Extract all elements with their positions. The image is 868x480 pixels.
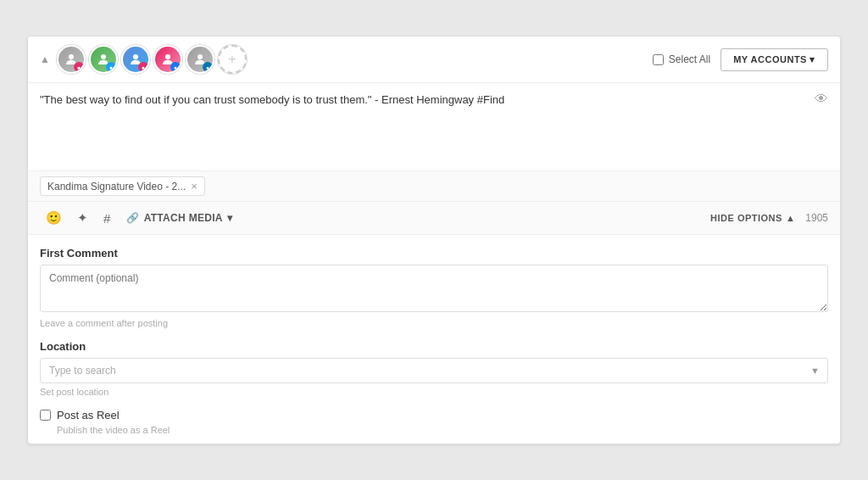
comment-textarea[interactable] xyxy=(40,265,828,312)
hide-options-button[interactable]: HIDE OPTIONS ▲ xyxy=(710,213,795,223)
toolbar-right: HIDE OPTIONS ▲ 1905 xyxy=(710,212,828,224)
svg-point-1 xyxy=(101,54,106,59)
main-panel: ▲ ● ● ● ● ● xyxy=(27,36,841,444)
first-comment-label: First Comment xyxy=(40,247,828,260)
hide-options-label: HIDE OPTIONS xyxy=(710,213,782,223)
my-accounts-button[interactable]: MY ACCOUNTS ▾ xyxy=(721,48,828,71)
media-tag-label: Kandima Signature Video - 2... xyxy=(47,181,186,193)
svg-point-3 xyxy=(165,54,170,59)
location-select[interactable]: Type to search xyxy=(40,358,828,383)
text-area-section: 👁 "The best way to find out if you can t… xyxy=(28,83,840,171)
select-all-label[interactable]: Select All xyxy=(653,53,710,65)
reel-checkbox[interactable] xyxy=(40,410,51,421)
social-badge-5: ● xyxy=(203,62,213,72)
social-badge-1: ● xyxy=(74,62,84,72)
media-tag-close-button[interactable]: × xyxy=(191,180,198,193)
hashtag-button[interactable]: # xyxy=(97,208,116,229)
char-count: 1905 xyxy=(805,212,828,224)
avatar-add[interactable]: + xyxy=(218,45,247,74)
reel-checkbox-row: Post as Reel xyxy=(40,409,828,421)
magic-icon: ✦ xyxy=(77,210,88,226)
header-row: ▲ ● ● ● ● ● xyxy=(28,36,840,83)
header-right: Select All MY ACCOUNTS ▾ xyxy=(653,48,828,71)
reel-group: Post as Reel Publish the video as a Reel xyxy=(40,409,828,435)
eye-icon[interactable]: 👁 xyxy=(815,92,828,107)
first-comment-group: First Comment Leave a comment after post… xyxy=(40,247,828,328)
attach-media-label: ATTACH MEDIA xyxy=(144,212,223,224)
hide-options-arrow-icon: ▲ xyxy=(786,213,795,223)
reel-hint: Publish the video as a Reel xyxy=(57,425,828,435)
add-icon: + xyxy=(228,52,236,67)
select-all-text: Select All xyxy=(669,53,710,65)
toolbar-row: 🙂 ✦ # 🔗 ATTACH MEDIA ▾ HIDE OPTIONS ▲ 19… xyxy=(28,202,840,235)
media-tag-row: Kandima Signature Video - 2... × xyxy=(28,171,840,202)
attach-media-button[interactable]: 🔗 ATTACH MEDIA ▾ xyxy=(120,209,239,227)
reel-checkbox-label[interactable]: Post as Reel xyxy=(57,409,120,421)
avatar-1[interactable]: ● xyxy=(57,45,86,74)
avatar-5[interactable]: ● xyxy=(186,45,214,74)
comment-hint: Leave a comment after posting xyxy=(40,318,828,328)
hashtag-icon: # xyxy=(103,211,110,226)
avatar-4[interactable]: ● xyxy=(153,45,182,74)
social-badge-2: ● xyxy=(106,62,116,72)
svg-point-0 xyxy=(69,54,74,59)
post-text-input[interactable]: "The best way to find out if you can tru… xyxy=(40,92,828,159)
svg-point-4 xyxy=(198,54,203,59)
avatar-3[interactable]: ● xyxy=(121,45,150,74)
location-group: Location Type to search ▼ Set post locat… xyxy=(40,340,828,397)
toolbar-left: 🙂 ✦ # 🔗 ATTACH MEDIA ▾ xyxy=(40,207,239,229)
form-section: First Comment Leave a comment after post… xyxy=(28,235,840,444)
attach-icon: 🔗 xyxy=(126,212,139,224)
select-all-checkbox[interactable] xyxy=(653,54,664,65)
collapse-icon[interactable]: ▲ xyxy=(40,53,50,65)
svg-point-2 xyxy=(133,54,138,59)
location-select-wrapper: Type to search ▼ xyxy=(40,358,828,383)
attach-media-arrow-icon: ▾ xyxy=(227,212,232,224)
avatar-2[interactable]: ● xyxy=(89,45,118,74)
magic-button[interactable]: ✦ xyxy=(71,207,94,229)
social-badge-3: ● xyxy=(138,62,148,72)
my-accounts-label: MY ACCOUNTS ▾ xyxy=(733,54,815,65)
location-label: Location xyxy=(40,340,828,353)
media-tag: Kandima Signature Video - 2... × xyxy=(40,176,205,196)
accounts-left: ▲ ● ● ● ● ● xyxy=(40,45,247,74)
emoji-icon: 🙂 xyxy=(46,210,62,226)
social-badge-4: ● xyxy=(170,62,181,72)
emoji-button[interactable]: 🙂 xyxy=(40,207,68,229)
location-hint: Set post location xyxy=(40,387,828,397)
